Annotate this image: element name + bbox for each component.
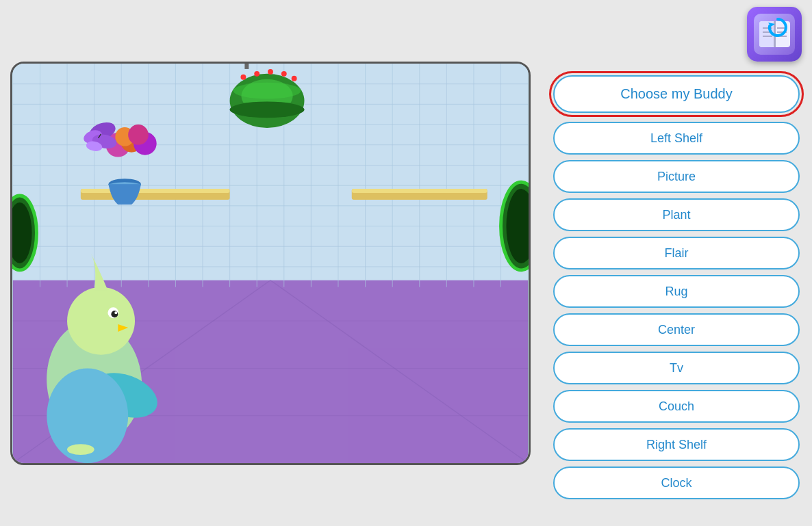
svg-rect-46 — [81, 189, 230, 193]
left-shelf-button[interactable]: Left Shelf — [553, 122, 800, 155]
svg-point-53 — [128, 124, 149, 145]
scene-panel — [0, 0, 541, 526]
flair-button[interactable]: Flair — [553, 237, 800, 269]
scene-frame — [10, 62, 531, 465]
svg-rect-35 — [244, 64, 249, 69]
couch-button[interactable]: Couch — [553, 390, 800, 423]
right-shelf-button[interactable]: Right Shelf — [553, 428, 800, 461]
rug-label: Rug — [665, 285, 687, 299]
plant-label: Plant — [662, 208, 690, 222]
help-icon-inner — [754, 14, 795, 55]
tv-button[interactable]: Tv — [553, 352, 800, 384]
scene-svg — [12, 64, 529, 463]
svg-rect-48 — [352, 189, 487, 193]
choose-buddy-label: Choose my Buddy — [620, 86, 732, 102]
plant-button[interactable]: Plant — [553, 198, 800, 231]
svg-point-69 — [111, 311, 118, 317]
clock-label: Clock — [661, 476, 692, 490]
right-shelf-label: Right Shelf — [646, 438, 707, 452]
center-button[interactable]: Center — [553, 313, 800, 346]
center-label: Center — [658, 323, 695, 337]
svg-point-39 — [254, 70, 259, 76]
rug-button[interactable]: Rug — [553, 275, 800, 308]
svg-point-38 — [240, 74, 246, 79]
clock-button[interactable]: Clock — [553, 466, 800, 499]
picture-button[interactable]: Picture — [553, 160, 800, 193]
svg-point-40 — [268, 68, 273, 74]
flair-label: Flair — [665, 246, 689, 261]
tv-label: Tv — [670, 361, 683, 376]
svg-point-42 — [292, 75, 297, 81]
svg-point-67 — [67, 287, 135, 354]
picture-label: Picture — [657, 170, 696, 184]
svg-point-70 — [114, 311, 117, 314]
help-icon[interactable] — [747, 7, 802, 62]
button-panel: Choose my Buddy Left Shelf Picture Plant… — [541, 0, 812, 526]
couch-label: Couch — [659, 399, 694, 414]
svg-point-41 — [281, 70, 287, 76]
main-container: Choose my Buddy Left Shelf Picture Plant… — [0, 0, 812, 526]
left-shelf-label: Left Shelf — [650, 131, 702, 146]
svg-point-74 — [67, 444, 94, 455]
choose-buddy-button[interactable]: Choose my Buddy — [553, 75, 800, 113]
svg-point-44 — [230, 101, 305, 118]
